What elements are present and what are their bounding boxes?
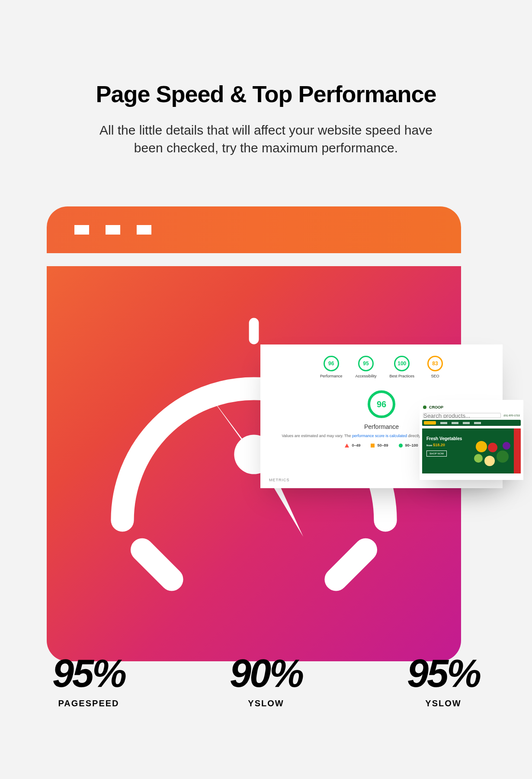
lighthouse-score-best-practices: 100 Best Practices — [390, 356, 415, 378]
page-title: Page Speed & Top Performance — [0, 80, 532, 107]
square-icon — [371, 444, 375, 447]
search-input[interactable] — [423, 413, 501, 418]
score-label: Performance — [320, 374, 343, 378]
thumbnail-caption — [420, 400, 523, 403]
hero-title: Fresh Vegetables — [426, 436, 510, 441]
thumbnail-search-row: (01) 870-1722 — [423, 413, 520, 418]
svg-line-4 — [142, 550, 172, 579]
shop-now-button[interactable]: SHOP NOW — [426, 451, 447, 457]
score-label: Best Practices — [390, 374, 415, 378]
hero-price-from: from — [426, 444, 432, 447]
site-preview-thumbnail: CROOP (01) 870-1722 Fresh Vegetables fro… — [420, 400, 523, 480]
page-subtitle: All the little details that will affect … — [89, 121, 443, 157]
lighthouse-score-seo: 83 SEO — [427, 356, 443, 378]
page: Page Speed & Top Performance All the lit… — [0, 0, 532, 779]
lighthouse-score-row: 96 Performance 95 Accessibility 100 Best… — [269, 356, 494, 378]
thumbnail-menu — [422, 420, 521, 426]
browser-chrome — [47, 206, 461, 253]
score-label: Accessibility — [355, 374, 376, 378]
legend-mid: 50–89 — [371, 443, 388, 447]
hero-left: Fresh Vegetables from$18.20 SHOP NOW — [422, 428, 514, 473]
circle-icon — [399, 444, 403, 447]
svg-line-5 — [336, 550, 365, 579]
window-dot-icon — [74, 225, 89, 235]
contact-phone: (01) 870-1722 — [503, 414, 520, 417]
thumbnail-hero: Fresh Vegetables from$18.20 SHOP NOW — [422, 428, 521, 473]
stat-label: PAGESPEED — [0, 699, 177, 708]
score-ring-icon: 100 — [394, 356, 410, 371]
score-ring-icon: 83 — [427, 356, 443, 371]
hero-price: from$18.20 — [426, 443, 510, 447]
legend-good: 90–100 — [399, 443, 418, 447]
brand-name: CROOP — [429, 405, 443, 409]
stat-label: YSLOW — [177, 699, 355, 708]
menu-link-icon — [474, 422, 481, 424]
stats-row: 95% PAGESPEED 90% YSLOW 95% YSLOW — [0, 651, 532, 708]
triangle-icon — [345, 444, 349, 447]
legend-label: 50–89 — [377, 443, 388, 447]
stat-value: 95% — [355, 651, 532, 696]
lighthouse-score-performance: 96 Performance — [320, 356, 343, 378]
menu-link-icon — [452, 422, 458, 424]
stat-yslow-1: 90% YSLOW — [177, 651, 355, 708]
menu-highlight-icon — [424, 421, 436, 425]
lighthouse-metrics-label: METRICS — [269, 478, 290, 482]
stat-pagespeed: 95% PAGESPEED — [0, 651, 177, 708]
note-text: Values are estimated and may vary. The — [282, 434, 352, 438]
legend-label: 0–49 — [352, 443, 360, 447]
thumbnail-header: CROOP — [420, 403, 523, 411]
lighthouse-score-accessibility: 95 Accessibility — [355, 356, 376, 378]
stat-value: 90% — [177, 651, 355, 696]
window-dot-icon — [106, 225, 120, 235]
score-label: SEO — [431, 374, 439, 378]
hero-price-value: $18.20 — [433, 443, 445, 447]
stat-yslow-2: 95% YSLOW — [355, 651, 532, 708]
note-link[interactable]: performance score is calculated — [352, 434, 407, 438]
score-ring-large-icon: 96 — [368, 390, 395, 418]
menu-link-icon — [440, 422, 447, 424]
window-dot-icon — [137, 225, 151, 235]
legend-bad: 0–49 — [345, 443, 360, 447]
stat-label: YSLOW — [355, 699, 532, 708]
hero-right-stripe — [514, 428, 521, 473]
brand-logo-icon — [423, 406, 426, 409]
stat-value: 95% — [0, 651, 177, 696]
score-ring-icon: 95 — [358, 356, 374, 371]
score-ring-icon: 96 — [324, 356, 339, 371]
menu-link-icon — [463, 422, 470, 424]
legend-label: 90–100 — [405, 443, 418, 447]
